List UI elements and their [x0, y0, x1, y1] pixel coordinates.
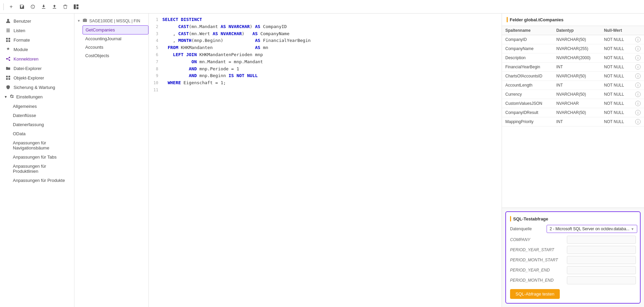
- datasource-select[interactable]: 2 - Microsoft SQL Server on octdev.datab…: [547, 225, 637, 233]
- param-row-period_month_end: PERIOD_MONTH_END: [510, 276, 636, 284]
- layout-icon[interactable]: [73, 3, 79, 10]
- sidebar-group-einstellungen[interactable]: ▼ Einstellungen: [0, 92, 74, 102]
- upload-icon[interactable]: [51, 3, 58, 10]
- info-icon[interactable]: i: [635, 37, 641, 42]
- cell-null: NOT NULL: [601, 108, 632, 117]
- sql-test-bar: [510, 216, 511, 221]
- cell-info[interactable]: i: [632, 63, 644, 72]
- info-icon[interactable]: i: [635, 55, 641, 61]
- sidebar-item-odata[interactable]: OData: [10, 129, 74, 138]
- cell-info[interactable]: i: [632, 108, 644, 117]
- line-number: 8: [149, 66, 162, 72]
- table-row: ChartsOfAccountsIDNVARCHAR(50)NOT NULLi: [502, 72, 644, 81]
- line-content: LEFT JOIN KHKMandantenPerioden mnp: [162, 51, 502, 58]
- param-input-company[interactable]: [567, 236, 636, 244]
- tree-root-label: SAGE100DE | MSSQL | FIN: [89, 19, 140, 23]
- cell-null: NOT NULL: [601, 63, 632, 72]
- sql-test-button[interactable]: SQL-Abfrage testen: [510, 289, 560, 299]
- sidebar-item-benutzer[interactable]: Benutzer: [0, 16, 74, 26]
- sidebar-item-sicherung[interactable]: Sicherung & Wartung: [0, 82, 74, 92]
- sidebar-item-objekt-explorer[interactable]: Objekt-Explorer: [0, 73, 74, 82]
- sidebar-item-anpassungen-produkte[interactable]: Anpassungen für Produkte: [10, 176, 74, 185]
- info-icon[interactable]: i: [635, 64, 641, 70]
- cell-null: NOT NULL: [601, 99, 632, 108]
- history-icon[interactable]: [29, 3, 36, 10]
- sidebar-item-datenerfassung[interactable]: Datenerfassung: [10, 120, 74, 129]
- right-panel: Felder global.tCompanies Spaltenname Dat…: [502, 14, 644, 307]
- toolbar: +: [0, 0, 644, 14]
- info-icon[interactable]: i: [635, 46, 641, 51]
- sidebar-item-datei-explorer[interactable]: Datei-Explorer: [0, 64, 74, 73]
- sidebar-item-anpassungen-nav[interactable]: Anpassungen für Navigationsbäume: [10, 138, 74, 152]
- settings-submenu: Allgemeines Datenflüsse Datenerfassung O…: [0, 102, 74, 185]
- save-icon[interactable]: [19, 3, 25, 10]
- line-number: 3: [149, 30, 162, 37]
- sidebar-item-datenfluesse[interactable]: Datenflüsse: [10, 111, 74, 120]
- cell-name: CompanyID: [502, 35, 553, 44]
- col-header-spaltenname: Spaltenname: [502, 26, 553, 35]
- sidebar-item-listen[interactable]: Listen: [0, 26, 74, 35]
- tree-item-label-accountingjournal: AccountingJournal: [85, 36, 121, 41]
- param-input-period_month_end[interactable]: [567, 276, 636, 284]
- tree-root-icon: [83, 18, 87, 24]
- table-row: CurrencyNVARCHAR(50)NOT NULLi: [502, 90, 644, 99]
- param-input-period_year_start[interactable]: [567, 246, 636, 254]
- sql-line: 6 LEFT JOIN KHKMandantenPerioden mnp: [149, 51, 502, 58]
- sidebar-item-anpassungen-produktlinien[interactable]: Anpassungen für Produktlinien: [10, 162, 74, 176]
- sql-editor-area[interactable]: 1SELECT DISTINCT2 CAST(mn.Mandant AS NVA…: [149, 14, 502, 307]
- cell-info[interactable]: i: [632, 99, 644, 108]
- cell-info[interactable]: i: [632, 44, 644, 53]
- param-label-period_month_start: PERIOD_MONTH_START: [510, 258, 564, 262]
- add-icon[interactable]: +: [8, 3, 15, 10]
- info-icon[interactable]: i: [635, 82, 641, 88]
- cell-info[interactable]: i: [632, 117, 644, 126]
- sidebar-item-formate[interactable]: Formate: [0, 35, 74, 45]
- tree-item-accounts[interactable]: Accounts: [83, 43, 148, 51]
- sidebar-item-konnektoren[interactable]: Konnektoren: [0, 54, 74, 64]
- toolbar-separator-1: [3, 3, 4, 10]
- tree-panel: ▼ SAGE100DE | MSSQL | FIN GetCompanies A…: [74, 14, 149, 307]
- info-icon[interactable]: i: [635, 92, 641, 97]
- info-icon[interactable]: i: [635, 110, 641, 115]
- sidebar-label-konnektoren: Konnektoren: [14, 56, 39, 62]
- line-number: 1: [149, 16, 162, 23]
- sql-line: 8 AND mnp.Periode = 1: [149, 66, 502, 73]
- label-datenfluesse: Datenflüsse: [13, 113, 36, 118]
- info-icon[interactable]: i: [635, 101, 641, 106]
- tree-item-getcompanies[interactable]: GetCompanies: [83, 25, 148, 34]
- cell-info[interactable]: i: [632, 72, 644, 81]
- line-number: 6: [149, 51, 162, 58]
- cell-name: CompanyIDResult: [502, 108, 553, 117]
- line-content: WHERE Eigenschaft = 1;: [162, 79, 502, 87]
- table-row: AccountLengthINTNOT NULLi: [502, 81, 644, 90]
- delete-icon[interactable]: [62, 3, 69, 10]
- param-input-period_month_start[interactable]: [567, 256, 636, 264]
- sidebar-label-formate: Formate: [14, 38, 30, 43]
- cell-type: INT: [553, 63, 601, 72]
- cell-name: CustomValuesJSON: [502, 99, 553, 108]
- sidebar-item-anpassungen-tabs[interactable]: Anpassungen für Tabs: [10, 152, 74, 162]
- line-content: CAST(mn.Mandant AS NVARCHAR) AS CompanyI…: [162, 23, 502, 30]
- cell-info[interactable]: i: [632, 53, 644, 63]
- cell-type: NVARCHAR(2000): [553, 53, 601, 63]
- tree-item-label-accounts: Accounts: [85, 45, 103, 50]
- main-layout: Benutzer Listen Formate Module Konnektor…: [0, 14, 644, 307]
- cell-info[interactable]: i: [632, 35, 644, 44]
- download-icon[interactable]: [40, 3, 47, 10]
- folder-icon: [5, 66, 11, 71]
- sql-line: 11: [149, 87, 502, 93]
- info-icon[interactable]: i: [635, 73, 641, 79]
- cell-info[interactable]: i: [632, 81, 644, 90]
- sql-editor[interactable]: 1SELECT DISTINCT2 CAST(mn.Mandant AS NVA…: [149, 14, 502, 307]
- fields-header-bar: [507, 17, 508, 22]
- tree-root[interactable]: ▼ SAGE100DE | MSSQL | FIN: [74, 16, 148, 25]
- param-input-period_year_end[interactable]: [567, 266, 636, 274]
- sidebar-item-allgemeines[interactable]: Allgemeines: [10, 102, 74, 111]
- cell-type: NVARCHAR(50): [553, 35, 601, 44]
- tree-item-accountingjournal[interactable]: AccountingJournal: [83, 34, 148, 43]
- sql-test-title: SQL-Testabfrage: [513, 216, 548, 221]
- info-icon[interactable]: i: [635, 119, 641, 124]
- sidebar-item-module[interactable]: Module: [0, 45, 74, 54]
- tree-item-costobjects[interactable]: CostObjects: [83, 51, 148, 60]
- cell-info[interactable]: i: [632, 90, 644, 99]
